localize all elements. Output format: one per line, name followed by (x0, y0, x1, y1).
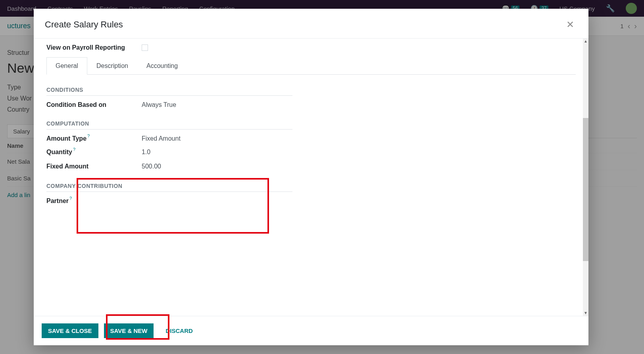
quantity-label: Quantity? (46, 149, 142, 156)
help-icon[interactable]: ? (69, 196, 72, 201)
tab-description[interactable]: Description (87, 57, 137, 75)
modal-tabs: General Description Accounting (46, 57, 576, 75)
modal-title: Create Salary Rules (45, 19, 123, 30)
quantity-row: Quantity? (46, 148, 292, 157)
tab-accounting[interactable]: Accounting (137, 57, 187, 75)
scrollbar-thumb[interactable] (583, 118, 588, 261)
company-contribution-section: COMPANY CONTRIBUTION Partner? (46, 183, 576, 205)
fixed-amount-label: Fixed Amount (46, 163, 142, 170)
computation-title: COMPUTATION (46, 120, 292, 130)
amount-type-row: Amount Type? Fixed Amount (46, 135, 292, 142)
partner-row: Partner? (46, 197, 292, 205)
save-new-button[interactable]: SAVE & NEW (104, 323, 154, 338)
fixed-amount-input[interactable] (142, 162, 261, 171)
scroll-down-icon[interactable]: ▼ (583, 310, 588, 316)
amount-type-value[interactable]: Fixed Amount (142, 135, 181, 142)
conditions-title: CONDITIONS (46, 87, 292, 96)
partner-label: Partner? (46, 197, 142, 205)
computation-section: COMPUTATION Amount Type? Fixed Amount Qu… (46, 120, 576, 171)
modal-header: Create Salary Rules ✕ (34, 9, 588, 38)
view-on-payroll-label: View on Payroll Reporting (46, 44, 142, 51)
help-icon[interactable]: ? (87, 133, 90, 138)
modal-body: View on Payroll Reporting General Descri… (34, 39, 588, 316)
help-icon[interactable]: ? (73, 147, 75, 152)
fixed-amount-row: Fixed Amount (46, 162, 292, 171)
condition-based-on-value[interactable]: Always True (142, 101, 176, 108)
conditions-section: CONDITIONS Condition Based on Always Tru… (46, 87, 576, 108)
tab-general[interactable]: General (46, 57, 87, 75)
amount-type-label: Amount Type? (46, 135, 142, 142)
modal-footer: SAVE & CLOSE SAVE & NEW DISCARD (34, 316, 588, 345)
condition-based-on-label: Condition Based on (46, 101, 142, 108)
close-icon[interactable]: ✕ (563, 18, 577, 31)
save-close-button[interactable]: SAVE & CLOSE (42, 323, 98, 338)
quantity-input[interactable] (142, 148, 261, 157)
scroll-up-icon[interactable]: ▲ (583, 39, 588, 44)
create-salary-rules-modal: Create Salary Rules ✕ View on Payroll Re… (34, 9, 588, 345)
view-on-payroll-row: View on Payroll Reporting (46, 44, 576, 51)
company-contribution-title: COMPANY CONTRIBUTION (46, 183, 292, 192)
view-on-payroll-checkbox[interactable] (142, 44, 148, 51)
discard-button[interactable]: DISCARD (159, 323, 199, 338)
condition-based-on-row: Condition Based on Always True (46, 101, 292, 108)
